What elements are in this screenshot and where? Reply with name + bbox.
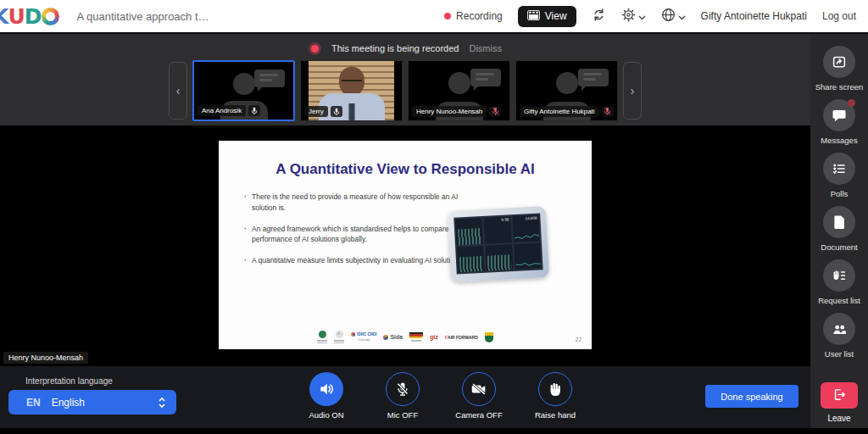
kudo-logo: KUD bbox=[0, 4, 59, 29]
share-screen-button[interactable]: Share screen bbox=[815, 46, 864, 92]
slide-bullets: There is the need to provide a measure o… bbox=[244, 192, 466, 266]
dismiss-button[interactable]: Dismiss bbox=[469, 43, 502, 53]
avatar bbox=[233, 73, 255, 95]
tool-label: Messages bbox=[821, 136, 857, 145]
chat-bubble-icon bbox=[470, 69, 501, 86]
participant-name: Gifty Antoinette Hukpati bbox=[520, 106, 599, 117]
film-strip-icon bbox=[527, 10, 540, 23]
current-username: Gifty Antoinette Hukpati bbox=[701, 10, 807, 22]
idrc-crdi-logo: IDRC CRDI Canada bbox=[351, 332, 376, 342]
polls-list-icon bbox=[823, 153, 855, 185]
user-list-button[interactable]: User list bbox=[823, 313, 855, 359]
shared-slide: A Quantitative View to Responsible AI Th… bbox=[219, 141, 592, 349]
language-select[interactable]: EN English bbox=[8, 390, 176, 415]
tool-label: Request list bbox=[818, 296, 860, 305]
audio-toggle-button[interactable]: Audio ON bbox=[298, 372, 354, 420]
participant-tile-ana-androsik[interactable]: Ana Androsik bbox=[192, 60, 295, 121]
sida-logo: Sida bbox=[383, 334, 403, 340]
settings-button[interactable] bbox=[621, 8, 646, 25]
thumbnails-prev-button[interactable]: ‹ bbox=[169, 62, 187, 120]
camera-button-label: Camera OFF bbox=[455, 410, 502, 420]
meeting-title: A quantitative approach t… bbox=[76, 10, 209, 23]
document-button[interactable]: Document bbox=[821, 206, 857, 252]
mic-button-label: Mic OFF bbox=[387, 410, 418, 420]
message-bubble-icon bbox=[823, 99, 855, 131]
avatar bbox=[556, 72, 578, 94]
chevron-down-icon bbox=[638, 10, 646, 23]
select-chevrons-icon bbox=[158, 397, 166, 409]
logo-letter-u: U bbox=[8, 4, 24, 29]
interpretation-language-label: Interpretation language bbox=[25, 376, 113, 386]
tool-label: Document bbox=[821, 242, 857, 252]
tool-label: Share screen bbox=[815, 82, 864, 92]
mic-off-icon bbox=[602, 106, 614, 117]
german-cooperation-logo bbox=[409, 332, 423, 342]
giz-logo: giz bbox=[430, 334, 438, 340]
camera-off-icon bbox=[462, 372, 496, 406]
recording-dot-icon bbox=[444, 13, 451, 19]
mic-on-icon bbox=[248, 105, 260, 116]
recording-banner: This meeting is being recorded Dismiss bbox=[0, 34, 810, 58]
notification-badge bbox=[848, 99, 855, 107]
tool-label: Polls bbox=[831, 189, 849, 198]
camera-toggle-button[interactable]: Camera OFF bbox=[451, 372, 507, 420]
logo-letter-o bbox=[42, 8, 59, 25]
polls-button[interactable]: Polls bbox=[823, 153, 855, 198]
dashboard-value: 14.608 bbox=[526, 216, 537, 221]
logout-button[interactable]: Log out bbox=[822, 10, 856, 22]
sync-icon bbox=[592, 8, 606, 25]
sync-button[interactable] bbox=[592, 8, 606, 25]
dashboard-photo: 9.38 14.608 bbox=[448, 206, 549, 282]
tools-sidebar: Share screen Messages Polls Document bbox=[810, 34, 868, 428]
chevron-down-icon bbox=[678, 10, 686, 23]
mic-on-icon bbox=[331, 106, 342, 117]
slide-bullet: A quantitative measure limits subjectivi… bbox=[244, 255, 466, 266]
participant-tile-jerry[interactable]: Jerry bbox=[300, 60, 403, 121]
slide-bullet: There is the need to provide a measure o… bbox=[244, 192, 466, 214]
recording-banner-text: This meeting is being recorded bbox=[331, 43, 459, 53]
participant-name: Ana Androsik bbox=[198, 105, 246, 116]
record-dot-icon bbox=[309, 42, 321, 55]
video-strip: This meeting is being recorded Dismiss ‹… bbox=[0, 34, 810, 125]
chat-bubble-icon bbox=[254, 70, 285, 87]
ai-hub-logo bbox=[317, 331, 327, 343]
done-speaking-button[interactable]: Done speaking bbox=[705, 385, 798, 408]
participant-name: Jerry bbox=[304, 106, 328, 117]
participant-tile-henry-nunoo-mensah[interactable]: Henry Nunoo-Mensah bbox=[408, 60, 510, 121]
raise-hand-button[interactable]: Raise hand bbox=[527, 372, 583, 420]
logo-letter-d: D bbox=[25, 4, 42, 29]
mic-off-icon bbox=[386, 372, 420, 406]
view-button[interactable]: View bbox=[518, 6, 576, 27]
gear-icon bbox=[621, 8, 636, 25]
partner-logo bbox=[334, 331, 344, 343]
participant-tile-gifty-antoinette-hukpati[interactable]: Gifty Antoinette Hukpati bbox=[515, 60, 618, 121]
speaker-icon bbox=[309, 372, 343, 406]
kudo-app: KUD A quantitative approach t… Recording… bbox=[0, 0, 868, 434]
language-globe-button[interactable] bbox=[661, 8, 686, 25]
tool-label: User list bbox=[825, 349, 854, 359]
chat-bubble-icon bbox=[578, 69, 609, 86]
view-button-label: View bbox=[545, 10, 567, 22]
recording-indicator: Recording bbox=[444, 10, 503, 22]
share-screen-icon bbox=[823, 46, 855, 78]
leave-button[interactable] bbox=[821, 382, 858, 409]
top-bar: KUD A quantitative approach t… Recording… bbox=[0, 0, 868, 34]
active-speaker-label: Henry Nunoo-Mensah bbox=[3, 352, 88, 364]
users-icon bbox=[823, 313, 855, 345]
window-bottom-edge bbox=[0, 428, 868, 434]
slide-title: A Quantitative View to Responsible AI bbox=[219, 141, 592, 178]
thumbnails-next-button[interactable]: › bbox=[623, 62, 642, 120]
presentation-stage: A Quantitative View to Responsible AI Th… bbox=[0, 125, 810, 366]
recording-label: Recording bbox=[456, 10, 503, 22]
raise-hand-button-label: Raise hand bbox=[535, 410, 576, 420]
avatar bbox=[448, 72, 470, 94]
document-icon bbox=[823, 206, 855, 238]
university-crest-logo bbox=[485, 332, 493, 342]
leave-button-label: Leave bbox=[827, 414, 850, 423]
mic-off-icon bbox=[489, 106, 501, 117]
logo-letter-k: K bbox=[0, 4, 8, 29]
request-list-button[interactable]: Request list bbox=[818, 259, 860, 305]
mic-toggle-button[interactable]: Mic OFF bbox=[375, 372, 431, 420]
messages-button[interactable]: Messages bbox=[821, 99, 857, 145]
slide-footer-logos: IDRC CRDI Canada Sida giz FAIR FORWARD bbox=[219, 331, 592, 343]
